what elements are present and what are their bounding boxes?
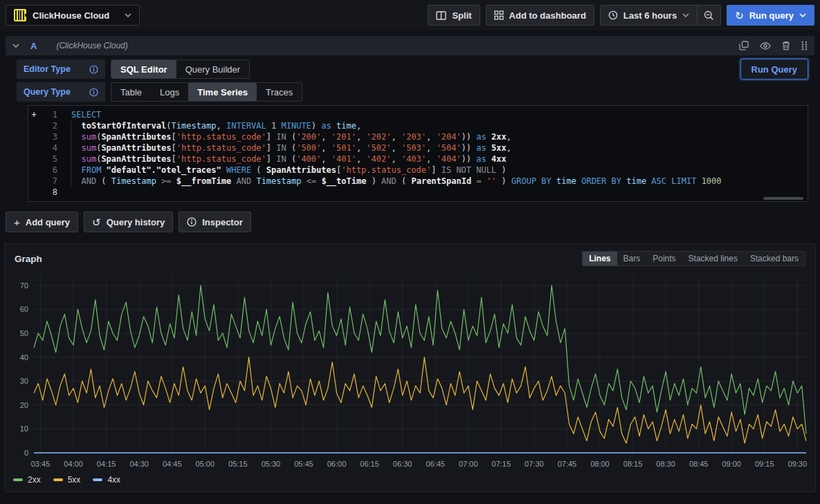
- add-line-icon[interactable]: +: [28, 109, 39, 120]
- y-axis-label: 10: [20, 424, 28, 433]
- x-axis-label: 06:45: [426, 460, 445, 468]
- query-history-button[interactable]: ↺ Query history: [84, 212, 173, 232]
- x-axis-label: 07:45: [558, 460, 577, 468]
- editor-type-option-query-builder[interactable]: Query Builder: [176, 60, 249, 78]
- query-ref-id: A: [30, 41, 37, 51]
- graph-mode-option-bars[interactable]: Bars: [617, 252, 647, 265]
- x-axis-label: 07:30: [525, 460, 544, 468]
- y-axis-label: 60: [20, 305, 28, 313]
- graph-mode-option-points[interactable]: Points: [646, 252, 682, 265]
- x-axis-label: 05:00: [196, 460, 215, 468]
- add-query-label: Add query: [26, 217, 70, 227]
- sql-line-7: 7 AND ( Timestamp >= $__fromTime AND Tim…: [28, 176, 808, 187]
- zoom-out-icon: [704, 10, 714, 21]
- line-number: 8: [39, 187, 57, 198]
- collapse-chevron-icon[interactable]: [12, 44, 19, 48]
- indent-guide: [71, 120, 71, 187]
- query-type-option-table[interactable]: Table: [111, 83, 151, 101]
- query-type-option-traces[interactable]: Traces: [257, 83, 302, 101]
- query-row-header: A (ClickHouse Cloud): [6, 36, 814, 55]
- sql-line-5: 5 sum(SpanAttributes['http.status_code']…: [28, 153, 808, 165]
- graph-mode-option-stacked-lines[interactable]: Stacked lines: [682, 252, 744, 265]
- x-axis-label: 08:45: [689, 460, 709, 468]
- hide-query-button[interactable]: [760, 42, 771, 50]
- chart-legend: 2xx5xx4xx: [5, 475, 815, 492]
- editor-type-option-sql-editor[interactable]: SQL Editor: [111, 60, 176, 78]
- graph-mode-option-stacked-bars[interactable]: Stacked bars: [744, 252, 805, 265]
- editor-type-chip: Editor Type: [17, 59, 105, 79]
- line-number: 3: [39, 131, 57, 142]
- sql-line-8: 8: [28, 187, 808, 198]
- run-query-button[interactable]: ↻ Run query: [727, 5, 814, 26]
- delete-query-button[interactable]: [782, 41, 790, 50]
- legend-item-5xx[interactable]: 5xx: [53, 475, 81, 485]
- y-axis-label: 70: [20, 281, 28, 290]
- chevron-down-icon: [125, 13, 131, 17]
- chart-series-5xx: [34, 357, 806, 444]
- x-axis-label: 04:15: [97, 460, 116, 468]
- sql-line-2: 2 toStartOfInterval(Timestamp, INTERVAL …: [28, 120, 808, 131]
- drag-handle[interactable]: [801, 41, 808, 50]
- legend-label: 5xx: [68, 475, 81, 485]
- sql-line-6: 6 FROM "default"."otel_traces" WHERE ( S…: [28, 165, 808, 176]
- x-axis-label: 08:15: [623, 460, 643, 468]
- info-icon[interactable]: [89, 65, 98, 74]
- legend-label: 2xx: [28, 475, 41, 485]
- editor-type-label: Editor Type: [24, 64, 71, 74]
- x-axis-label: 09:30: [788, 460, 808, 468]
- query-type-option-logs[interactable]: Logs: [151, 83, 188, 101]
- info-icon[interactable]: [89, 88, 98, 97]
- x-axis-label: 05:45: [294, 460, 313, 468]
- legend-swatch: [13, 478, 23, 481]
- y-axis-label: 40: [20, 353, 28, 362]
- add-query-button[interactable]: + Add query: [6, 212, 78, 232]
- sql-line-3: 3 sum(SpanAttributes['http.status_code']…: [28, 131, 808, 142]
- add-to-dashboard-button[interactable]: Add to dashboard: [486, 5, 594, 26]
- plus-icon: +: [14, 217, 20, 227]
- sql-code-editor[interactable]: +1SELECT2 toStartOfInterval(Timestamp, I…: [28, 105, 808, 202]
- line-number: 7: [39, 176, 57, 187]
- split-icon: [436, 11, 446, 20]
- horizontal-scrollbar[interactable]: [763, 197, 803, 200]
- x-axis-label: 08:00: [590, 460, 610, 468]
- x-axis-label: 07:00: [459, 460, 478, 468]
- y-axis-label: 30: [20, 377, 28, 385]
- y-axis-label: 50: [20, 329, 28, 337]
- legend-item-2xx[interactable]: 2xx: [13, 475, 41, 485]
- line-number: 1: [39, 109, 57, 120]
- zoom-out-button[interactable]: [698, 5, 721, 26]
- legend-item-4xx[interactable]: 4xx: [93, 475, 120, 485]
- query-history-label: Query history: [107, 217, 165, 227]
- line-number: 2: [39, 120, 57, 131]
- grip-dots-icon: [801, 41, 808, 50]
- inspector-label: Inspector: [202, 217, 243, 227]
- sql-line-4: 4 sum(SpanAttributes['http.status_code']…: [28, 142, 808, 153]
- clock-icon: [608, 10, 618, 20]
- inspector-button[interactable]: Inspector: [179, 212, 251, 232]
- query-type-switch: TableLogsTime SeriesTraces: [111, 82, 302, 102]
- time-series-chart[interactable]: 01020304050607003:4504:0004:1504:3004:45…: [10, 269, 811, 475]
- run-query-editor-button[interactable]: Run Query: [740, 59, 808, 80]
- line-number: 5: [39, 153, 57, 165]
- time-range-picker[interactable]: Last 6 hours: [600, 5, 698, 26]
- add-to-dashboard-label: Add to dashboard: [509, 10, 586, 21]
- graph-style-switch: LinesBarsPointsStacked linesStacked bars: [582, 251, 805, 266]
- datasource-name: ClickHouse Cloud: [33, 10, 109, 21]
- copy-icon: [739, 41, 749, 50]
- time-range-label: Last 6 hours: [623, 10, 677, 21]
- graph-mode-option-lines[interactable]: Lines: [583, 252, 617, 265]
- x-axis-label: 05:15: [228, 460, 248, 468]
- chevron-down-icon: [682, 13, 689, 17]
- query-type-label: Query Type: [24, 87, 71, 97]
- x-axis-label: 06:15: [360, 460, 379, 468]
- query-type-option-time-series[interactable]: Time Series: [188, 83, 257, 101]
- legend-swatch: [53, 478, 63, 481]
- datasource-picker[interactable]: ClickHouse Cloud: [6, 5, 140, 26]
- y-axis-label: 20: [20, 401, 28, 409]
- split-button[interactable]: Split: [428, 5, 480, 26]
- sql-line-1: +1SELECT: [28, 109, 808, 120]
- x-axis-label: 09:15: [755, 460, 774, 468]
- y-axis-label: 0: [24, 449, 28, 457]
- duplicate-query-button[interactable]: [739, 41, 749, 50]
- query-datasource-note: (ClickHouse Cloud): [56, 41, 127, 50]
